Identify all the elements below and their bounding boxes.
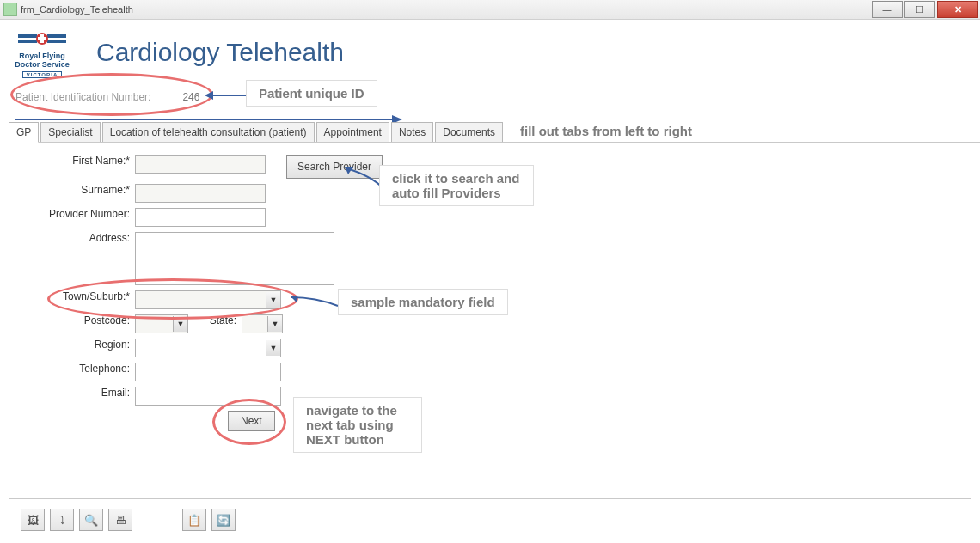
label-state: State:	[188, 314, 242, 326]
tab-appointment[interactable]: Appointment	[316, 122, 389, 142]
label-surname: Surname:*	[9, 184, 135, 196]
toolbar-button-4[interactable]: 🖶	[108, 509, 132, 531]
bottom-toolbar: 🖼 ⤵ 🔍 🖶 📋 🔄	[21, 509, 236, 531]
svg-rect-1	[47, 34, 66, 38]
tab-location[interactable]: Location of telehealth consultation (pat…	[102, 122, 315, 142]
page-title: Cardiology Telehealth	[96, 38, 344, 67]
window-title: frm_Cardiology_Telehealth	[21, 4, 133, 15]
callout-mandatory: sample mandatory field	[338, 289, 508, 315]
label-town-suburb: Town/Suburb:*	[9, 290, 135, 302]
close-button[interactable]: ✕	[937, 1, 978, 18]
town-suburb-combo[interactable]: ▼	[135, 290, 281, 309]
rfds-logo: Royal Flying Doctor Service VICTORIA	[12, 27, 72, 78]
chevron-down-icon: ▼	[266, 292, 280, 308]
chevron-down-icon: ▼	[267, 316, 282, 332]
toolbar-button-6[interactable]: 🔄	[211, 509, 236, 531]
first-name-field[interactable]	[135, 155, 266, 174]
tab-notes[interactable]: Notes	[391, 122, 433, 142]
minimize-button[interactable]: —	[872, 1, 903, 18]
arrow-icon	[290, 296, 341, 311]
window-title-bar: frm_Cardiology_Telehealth — ☐ ✕	[0, 0, 980, 20]
region-combo[interactable]: ▼	[135, 339, 281, 357]
svg-marker-8	[205, 91, 213, 100]
label-postcode: Postcode:	[9, 314, 135, 326]
toolbar-button-1[interactable]: 🖼	[21, 509, 45, 531]
callout-search: click it to search and auto fill Provide…	[379, 165, 534, 206]
patient-id-label: Patient Identification Number:	[15, 91, 150, 103]
patient-id-section: Patient Identification Number: 246 Patie…	[15, 88, 980, 106]
callout-next: navigate to the next tab using NEXT butt…	[293, 397, 422, 453]
surname-field[interactable]	[135, 184, 266, 203]
toolbar-button-5[interactable]: 📋	[182, 509, 206, 531]
patient-id-value: 246	[154, 88, 204, 106]
label-region: Region:	[9, 339, 135, 351]
maximize-button[interactable]: ☐	[904, 1, 935, 18]
callout-tabs: fill out tabs from left to right	[520, 124, 692, 142]
label-provider-number: Provider Number:	[9, 208, 135, 220]
address-field[interactable]	[135, 232, 334, 285]
label-address: Address:	[9, 232, 135, 244]
postcode-combo[interactable]: ▼	[135, 314, 188, 333]
tab-gp[interactable]: GP	[9, 122, 39, 143]
callout-patient-id: Patient unique ID	[246, 80, 377, 107]
email-field[interactable]	[135, 387, 281, 406]
label-first-name: First Name:*	[9, 155, 135, 167]
svg-rect-3	[47, 40, 66, 43]
svg-marker-12	[290, 296, 298, 302]
label-telephone: Telephone:	[9, 363, 135, 375]
svg-rect-2	[18, 40, 37, 43]
tab-bar: GP Specialist Location of telehealth con…	[9, 121, 980, 143]
chevron-down-icon: ▼	[266, 340, 280, 356]
arrow-icon	[205, 90, 248, 104]
state-combo[interactable]: ▼	[242, 314, 283, 333]
toolbar-button-3[interactable]: 🔍	[79, 509, 103, 531]
next-button[interactable]: Next	[228, 411, 275, 431]
telephone-field[interactable]	[135, 363, 281, 381]
toolbar-button-2[interactable]: ⤵	[50, 509, 74, 531]
header: Royal Flying Doctor Service VICTORIA Car…	[0, 20, 980, 80]
tab-specialist[interactable]: Specialist	[40, 122, 100, 142]
search-provider-button[interactable]: Search Provider	[286, 155, 383, 179]
form-panel: First Name:* Search Provider click it to…	[9, 143, 971, 499]
app-icon	[3, 3, 17, 16]
svg-rect-0	[18, 34, 37, 38]
tab-documents[interactable]: Documents	[435, 122, 503, 142]
label-email: Email:	[9, 387, 135, 399]
svg-rect-6	[38, 37, 46, 40]
chevron-down-icon: ▼	[173, 316, 187, 332]
provider-number-field[interactable]	[135, 208, 266, 227]
